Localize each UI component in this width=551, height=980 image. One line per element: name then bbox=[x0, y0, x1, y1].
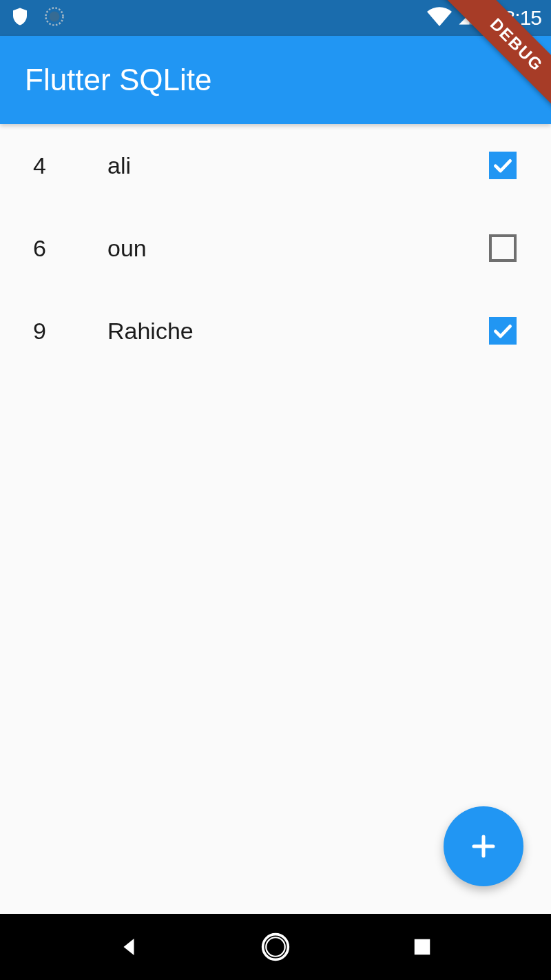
app-bar: Flutter SQLite bbox=[0, 36, 551, 124]
item-id: 6 bbox=[33, 235, 107, 262]
shield-icon bbox=[10, 5, 30, 31]
overview-button[interactable] bbox=[397, 922, 447, 972]
check-icon bbox=[492, 154, 514, 176]
wifi-icon bbox=[427, 6, 452, 31]
item-id: 9 bbox=[33, 318, 107, 345]
svg-rect-6 bbox=[415, 939, 430, 955]
add-button[interactable] bbox=[444, 806, 523, 886]
check-icon bbox=[492, 320, 514, 342]
app-title: Flutter SQLite bbox=[25, 63, 211, 97]
compass-icon bbox=[44, 6, 65, 30]
plus-icon bbox=[467, 830, 500, 863]
content-area[interactable]: 4 ali 6 oun 9 Rahiche bbox=[0, 124, 551, 914]
list-item[interactable]: 9 Rahiche bbox=[0, 289, 551, 372]
checkbox[interactable] bbox=[489, 152, 517, 179]
square-icon bbox=[412, 937, 433, 957]
navigation-bar bbox=[0, 914, 551, 980]
list-item[interactable]: 4 ali bbox=[0, 124, 551, 207]
svg-point-1 bbox=[50, 12, 60, 22]
item-name: Rahiche bbox=[107, 318, 489, 345]
item-id: 4 bbox=[33, 152, 107, 179]
back-button[interactable] bbox=[104, 922, 154, 972]
item-name: oun bbox=[107, 235, 489, 262]
item-name: ali bbox=[107, 152, 489, 179]
checkbox[interactable] bbox=[489, 317, 517, 345]
list-item[interactable]: 6 oun bbox=[0, 207, 551, 289]
svg-point-5 bbox=[266, 937, 285, 957]
checkbox[interactable] bbox=[489, 234, 517, 262]
back-icon bbox=[116, 934, 141, 960]
home-button[interactable] bbox=[251, 922, 300, 972]
home-icon bbox=[260, 932, 291, 962]
status-left bbox=[10, 5, 65, 31]
